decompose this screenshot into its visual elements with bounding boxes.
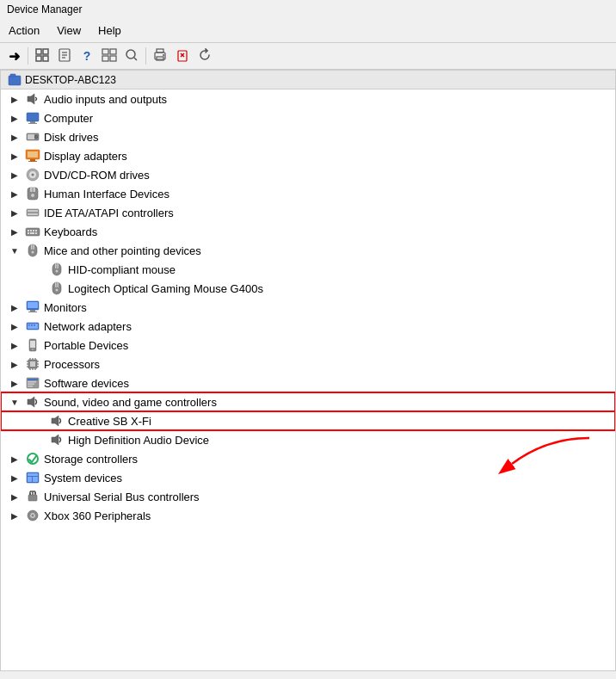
svg-point-56 [32, 251, 34, 254]
tree-item-ide[interactable]: ▶ IDE ATA/ATAPI controllers [1, 203, 615, 222]
svg-point-76 [32, 349, 34, 350]
menu-bar: Action View Help [0, 19, 616, 43]
tree-item-network[interactable]: ▶ Network adapters [1, 317, 615, 336]
svg-rect-67 [30, 310, 35, 312]
tree-item-xbox[interactable]: ▶ Xbox 360 Peripherals [1, 506, 615, 525]
tree-item-processors[interactable]: ▶ Proces [1, 355, 615, 373]
svg-rect-49 [35, 230, 37, 231]
svg-rect-93 [28, 381, 36, 383]
toolbar-remove-btn[interactable] [172, 46, 193, 66]
tree-item-hid-mouse[interactable]: HID-compliant mouse [1, 260, 615, 279]
svg-rect-34 [28, 161, 37, 162]
svg-rect-16 [157, 57, 163, 60]
svg-point-17 [163, 54, 164, 56]
toolbar-grid-btn[interactable] [32, 46, 52, 66]
tree-item-computer[interactable]: ▶ Computer [1, 108, 615, 127]
svg-line-13 [134, 58, 137, 60]
svg-rect-8 [102, 49, 108, 54]
tree-item-logitech[interactable]: Logitech Optical Gaming Mouse G400s [1, 279, 615, 298]
toolbar: ➜ ? [0, 43, 616, 70]
tree-item-creative[interactable]: Creative SB X-Fi [1, 411, 615, 430]
svg-marker-99 [52, 435, 59, 445]
tree-item-portable[interactable]: ▶ Portable Devices [1, 336, 615, 355]
svg-rect-47 [30, 230, 32, 231]
device-tree: ▶ Audio inputs and outputs ▶ Computer [1, 90, 615, 525]
menu-action[interactable]: Action [0, 21, 48, 40]
svg-rect-43 [28, 210, 38, 212]
svg-rect-10 [102, 56, 108, 61]
svg-point-12 [126, 50, 135, 59]
toolbar-help-btn[interactable]: ? [77, 46, 97, 66]
toolbar-refresh-btn[interactable] [194, 46, 215, 66]
svg-rect-50 [28, 232, 29, 234]
tree-item-usb[interactable]: ▶ Universal Serial Bus controllers [1, 487, 615, 506]
svg-point-114 [32, 515, 34, 517]
svg-rect-71 [28, 324, 30, 326]
tree-item-hid[interactable]: ▶ Human Interface Devices [1, 184, 615, 203]
tree-item-mice[interactable]: ▼ Mice and other pointing devices [1, 241, 615, 260]
tree-header: DESKTOP-ABC123 [1, 71, 615, 90]
back-icon: ➜ [9, 48, 20, 65]
svg-rect-15 [157, 49, 163, 52]
tree-item-monitors[interactable]: ▶ Monitors [1, 298, 615, 317]
svg-rect-68 [28, 312, 37, 312]
toolbar-back-btn[interactable]: ➜ [3, 46, 24, 66]
svg-rect-66 [28, 302, 38, 308]
tree-item-audio[interactable]: ▶ Audio inputs and outputs [1, 90, 615, 108]
toolbar-print-btn[interactable] [150, 46, 170, 66]
tree-item-sound[interactable]: ▼ Sound, video and game controllers [1, 392, 615, 411]
svg-point-116 [34, 513, 36, 515]
remove-icon [176, 48, 189, 65]
props-icon [58, 48, 71, 65]
svg-rect-102 [28, 473, 38, 476]
svg-rect-75 [30, 341, 35, 348]
help-icon: ? [83, 49, 91, 63]
search-icon [125, 48, 139, 65]
svg-rect-48 [33, 230, 34, 231]
svg-rect-3 [43, 56, 48, 61]
svg-rect-44 [28, 213, 38, 215]
svg-rect-73 [34, 324, 35, 326]
svg-point-41 [31, 194, 34, 197]
menu-help[interactable]: Help [89, 21, 130, 40]
svg-rect-78 [30, 361, 35, 367]
svg-rect-0 [36, 49, 41, 54]
tree-item-system[interactable]: ▶ System devices [1, 468, 615, 487]
tree-root-label: DESKTOP-ABC123 [25, 74, 116, 86]
svg-rect-33 [30, 159, 35, 161]
svg-rect-104 [33, 477, 38, 482]
svg-rect-32 [28, 151, 38, 157]
svg-rect-11 [110, 56, 116, 61]
svg-point-115 [29, 513, 31, 515]
svg-rect-103 [28, 477, 32, 482]
svg-rect-111 [34, 492, 36, 495]
tree-item-keyboard[interactable]: ▶ Keyboards [1, 222, 615, 241]
toolbar-search-btn[interactable] [121, 46, 142, 66]
svg-rect-9 [110, 49, 116, 54]
svg-rect-72 [31, 324, 33, 326]
svg-rect-110 [29, 493, 31, 495]
tree-item-storage[interactable]: ▶ Storage controllers [1, 449, 615, 468]
svg-rect-92 [28, 379, 38, 380]
svg-marker-23 [28, 94, 34, 104]
tree-item-disk[interactable]: ▶ Disk drives [1, 127, 615, 146]
toolbar-props-btn[interactable] [54, 46, 75, 66]
tree-item-display[interactable]: ▶ Display adapters [1, 146, 615, 165]
svg-rect-21 [9, 76, 21, 85]
svg-rect-105 [28, 495, 37, 501]
svg-rect-25 [30, 121, 35, 123]
svg-rect-94 [28, 384, 34, 386]
svg-point-37 [32, 174, 34, 176]
toolbar-view-btn[interactable] [99, 46, 120, 66]
grid-icon [35, 48, 49, 65]
tree-item-software[interactable]: ▶ Software devices [1, 373, 615, 392]
svg-rect-28 [28, 134, 34, 139]
menu-view[interactable]: View [48, 21, 89, 40]
tree-item-dvd[interactable]: ▶ DVD/CD-ROM drives [1, 165, 615, 184]
svg-rect-45 [26, 228, 40, 236]
window-title: Device Manager [7, 3, 82, 15]
svg-rect-70 [28, 324, 38, 329]
svg-rect-24 [27, 113, 39, 121]
svg-rect-1 [43, 49, 48, 54]
tree-item-highdefinition[interactable]: High Definition Audio Device [1, 430, 615, 449]
